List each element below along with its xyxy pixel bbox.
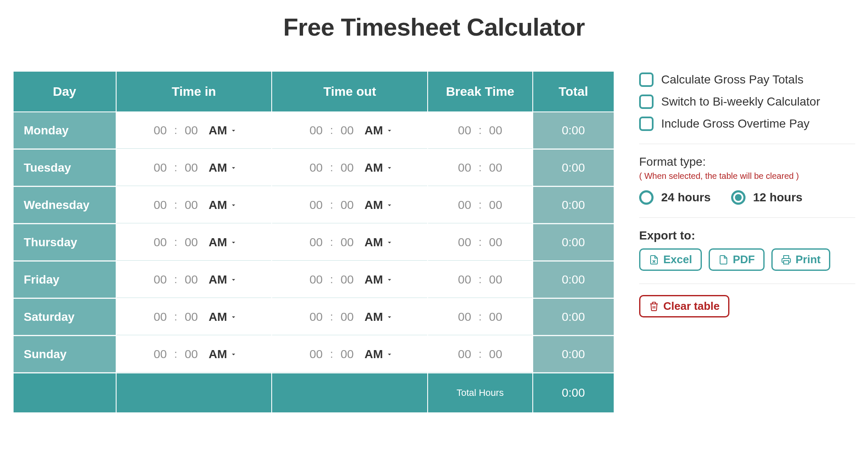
time-in-minutes-input[interactable] bbox=[181, 235, 201, 250]
time-colon: : bbox=[479, 236, 481, 249]
row-total-cell: 0:00 bbox=[533, 262, 614, 298]
time-in-hours-input[interactable] bbox=[150, 198, 170, 212]
sidebar: Calculate Gross Pay Totals Switch to Bi-… bbox=[639, 71, 855, 341]
export-excel-button[interactable]: Excel bbox=[639, 248, 702, 271]
radio-icon bbox=[731, 190, 746, 205]
time-in-hours-input[interactable] bbox=[150, 310, 170, 324]
time-out-ampm-select[interactable]: AM bbox=[364, 348, 393, 361]
day-cell: Monday bbox=[14, 112, 116, 149]
time-out-ampm-select[interactable]: AM bbox=[364, 124, 393, 137]
break-hours-input[interactable] bbox=[455, 235, 474, 250]
row-total-cell: 0:00 bbox=[533, 336, 614, 373]
time-in-minutes-input[interactable] bbox=[181, 123, 201, 138]
time-in-hours-input[interactable] bbox=[150, 273, 170, 287]
chevron-down-icon bbox=[386, 164, 393, 172]
break-hours-input[interactable] bbox=[455, 123, 474, 138]
break-minutes-input[interactable] bbox=[486, 273, 505, 287]
time-in-minutes-input[interactable] bbox=[181, 161, 201, 175]
option-gross-pay[interactable]: Calculate Gross Pay Totals bbox=[639, 72, 855, 87]
radio-label: 24 hours bbox=[661, 191, 711, 204]
time-in-hours-input[interactable] bbox=[150, 235, 170, 250]
break-minutes-input[interactable] bbox=[486, 123, 505, 138]
time-colon: : bbox=[330, 124, 333, 137]
row-total-cell: 0:00 bbox=[533, 224, 614, 261]
svg-rect-0 bbox=[784, 261, 789, 264]
time-in-minutes-input[interactable] bbox=[181, 273, 201, 287]
break-cell: : bbox=[428, 224, 532, 261]
clear-table-button[interactable]: Clear table bbox=[639, 295, 729, 317]
export-print-button[interactable]: Print bbox=[771, 248, 830, 271]
time-out-ampm-select[interactable]: AM bbox=[364, 198, 393, 212]
time-out-ampm-select[interactable]: AM bbox=[364, 273, 393, 287]
break-minutes-input[interactable] bbox=[486, 161, 505, 175]
time-out-minutes-input[interactable] bbox=[337, 123, 357, 138]
time-in-ampm-select[interactable]: AM bbox=[209, 310, 237, 324]
day-cell: Friday bbox=[14, 262, 116, 298]
time-out-hours-input[interactable] bbox=[306, 198, 326, 212]
table-row: Wednesday:AM:AM:0:00 bbox=[14, 187, 614, 223]
time-in-ampm-select[interactable]: AM bbox=[209, 198, 237, 212]
time-out-minutes-input[interactable] bbox=[337, 310, 357, 324]
break-minutes-input[interactable] bbox=[486, 310, 505, 324]
time-out-minutes-input[interactable] bbox=[337, 198, 357, 212]
break-cell: : bbox=[428, 187, 532, 223]
break-minutes-input[interactable] bbox=[486, 347, 505, 362]
time-in-hours-input[interactable] bbox=[150, 347, 170, 362]
col-day: Day bbox=[14, 72, 116, 111]
time-out-hours-input[interactable] bbox=[306, 347, 326, 362]
time-out-cell: :AM bbox=[272, 336, 427, 373]
total-hours-value: 0:00 bbox=[533, 373, 614, 412]
break-hours-input[interactable] bbox=[455, 273, 474, 287]
break-hours-input[interactable] bbox=[455, 198, 474, 212]
time-in-ampm-select[interactable]: AM bbox=[209, 273, 237, 287]
time-out-minutes-input[interactable] bbox=[337, 161, 357, 175]
break-minutes-input[interactable] bbox=[486, 235, 505, 250]
time-in-ampm-select[interactable]: AM bbox=[209, 124, 237, 137]
row-total-cell: 0:00 bbox=[533, 299, 614, 335]
time-in-ampm-select[interactable]: AM bbox=[209, 348, 237, 361]
format-24h[interactable]: 24 hours bbox=[639, 190, 711, 205]
format-12h[interactable]: 12 hours bbox=[731, 190, 803, 205]
break-cell: : bbox=[428, 336, 532, 373]
break-cell: : bbox=[428, 150, 532, 186]
time-out-minutes-input[interactable] bbox=[337, 347, 357, 362]
chevron-down-icon bbox=[230, 201, 237, 209]
break-minutes-input[interactable] bbox=[486, 198, 505, 212]
day-cell: Saturday bbox=[14, 299, 116, 335]
time-in-hours-input[interactable] bbox=[150, 161, 170, 175]
ampm-label: AM bbox=[209, 348, 227, 361]
time-out-hours-input[interactable] bbox=[306, 161, 326, 175]
time-in-minutes-input[interactable] bbox=[181, 310, 201, 324]
time-in-ampm-select[interactable]: AM bbox=[209, 161, 237, 175]
time-out-hours-input[interactable] bbox=[306, 123, 326, 138]
time-out-hours-input[interactable] bbox=[306, 273, 326, 287]
time-in-cell: :AM bbox=[117, 150, 272, 186]
table-row: Sunday:AM:AM:0:00 bbox=[14, 336, 614, 373]
time-in-hours-input[interactable] bbox=[150, 123, 170, 138]
chevron-down-icon bbox=[230, 239, 237, 246]
time-out-ampm-select[interactable]: AM bbox=[364, 310, 393, 324]
button-label: Excel bbox=[663, 253, 692, 266]
time-out-minutes-input[interactable] bbox=[337, 273, 357, 287]
time-colon: : bbox=[479, 348, 481, 361]
time-out-ampm-select[interactable]: AM bbox=[364, 161, 393, 175]
option-biweekly[interactable]: Switch to Bi-weekly Calculator bbox=[639, 95, 855, 109]
time-in-cell: :AM bbox=[117, 187, 272, 223]
break-hours-input[interactable] bbox=[455, 310, 474, 324]
time-out-hours-input[interactable] bbox=[306, 235, 326, 250]
option-overtime[interactable]: Include Gross Overtime Pay bbox=[639, 117, 855, 131]
break-cell: : bbox=[428, 262, 532, 298]
time-in-minutes-input[interactable] bbox=[181, 347, 201, 362]
export-pdf-button[interactable]: PDF bbox=[709, 248, 765, 271]
break-hours-input[interactable] bbox=[455, 347, 474, 362]
time-in-ampm-select[interactable]: AM bbox=[209, 236, 237, 249]
option-label: Calculate Gross Pay Totals bbox=[661, 73, 804, 86]
checkbox-icon bbox=[639, 95, 654, 109]
time-colon: : bbox=[174, 236, 177, 249]
break-hours-input[interactable] bbox=[455, 161, 474, 175]
time-out-hours-input[interactable] bbox=[306, 310, 326, 324]
time-in-cell: :AM bbox=[117, 262, 272, 298]
time-in-minutes-input[interactable] bbox=[181, 198, 201, 212]
time-out-minutes-input[interactable] bbox=[337, 235, 357, 250]
time-out-ampm-select[interactable]: AM bbox=[364, 236, 393, 249]
